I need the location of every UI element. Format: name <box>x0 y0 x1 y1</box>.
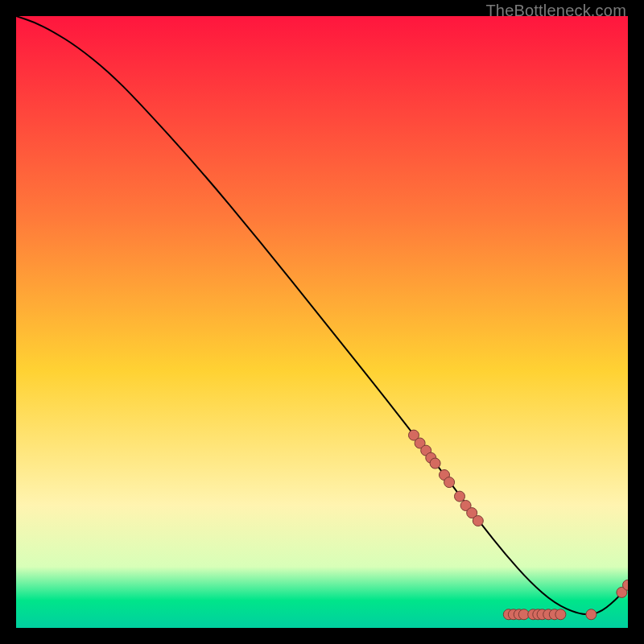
data-point <box>430 458 440 469</box>
data-point <box>444 477 455 488</box>
plot-area <box>16 16 628 628</box>
data-point <box>455 491 465 502</box>
chart-svg <box>16 16 628 628</box>
data-point <box>473 516 483 526</box>
gradient-background <box>16 16 628 628</box>
data-point <box>586 609 597 620</box>
data-point <box>555 609 566 620</box>
chart-stage: TheBottleneck.com <box>0 0 644 644</box>
